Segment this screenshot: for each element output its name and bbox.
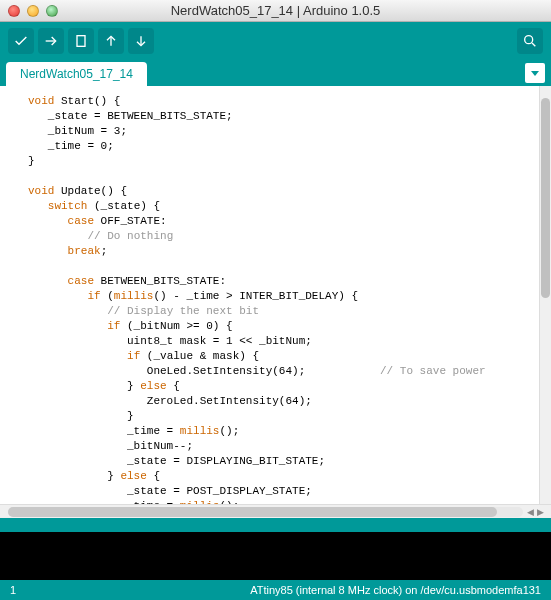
console-output[interactable] (0, 532, 551, 580)
horizontal-scrollbar-track[interactable] (8, 507, 523, 517)
status-line-number: 1 (10, 584, 16, 596)
message-area (0, 518, 551, 532)
svg-rect-1 (77, 36, 85, 47)
window-titlebar: NerdWatch05_17_14 | Arduino 1.0.5 (0, 0, 551, 22)
code-editor[interactable]: void Start() { _state = BETWEEN_BITS_STA… (0, 86, 539, 504)
svg-marker-6 (531, 71, 539, 76)
verify-button[interactable] (8, 28, 34, 54)
window-title: NerdWatch05_17_14 | Arduino 1.0.5 (0, 3, 551, 18)
arrow-up-icon (103, 33, 119, 49)
check-icon (13, 33, 29, 49)
editor-area: void Start() { _state = BETWEEN_BITS_STA… (0, 86, 551, 504)
save-button[interactable] (128, 28, 154, 54)
new-button[interactable] (68, 28, 94, 54)
maximize-icon[interactable] (46, 5, 58, 17)
open-button[interactable] (98, 28, 124, 54)
scroll-left-icon[interactable]: ◀ (527, 507, 537, 517)
svg-point-4 (525, 36, 533, 44)
arrow-down-icon (133, 33, 149, 49)
tab-bar: NerdWatch05_17_14 (0, 60, 551, 86)
chevron-down-icon (530, 68, 540, 78)
minimize-icon[interactable] (27, 5, 39, 17)
close-icon[interactable] (8, 5, 20, 17)
search-icon (522, 33, 538, 49)
file-icon (73, 33, 89, 49)
status-board-info: ATtiny85 (internal 8 MHz clock) on /dev/… (250, 584, 541, 596)
traffic-lights (8, 5, 58, 17)
vertical-scrollbar[interactable] (539, 86, 551, 504)
tab-active[interactable]: NerdWatch05_17_14 (6, 62, 147, 86)
status-bar: 1 ATtiny85 (internal 8 MHz clock) on /de… (0, 580, 551, 600)
serial-monitor-button[interactable] (517, 28, 543, 54)
tab-menu-button[interactable] (525, 63, 545, 83)
scroll-right-icon[interactable]: ▶ (537, 507, 547, 517)
arrow-right-icon (43, 33, 59, 49)
horizontal-scrollbar-thumb[interactable] (8, 507, 497, 517)
toolbar (0, 22, 551, 60)
horizontal-scrollbar[interactable]: ◀ ▶ (0, 504, 551, 518)
svg-line-5 (532, 43, 535, 46)
vertical-scrollbar-thumb[interactable] (541, 98, 550, 298)
upload-button[interactable] (38, 28, 64, 54)
